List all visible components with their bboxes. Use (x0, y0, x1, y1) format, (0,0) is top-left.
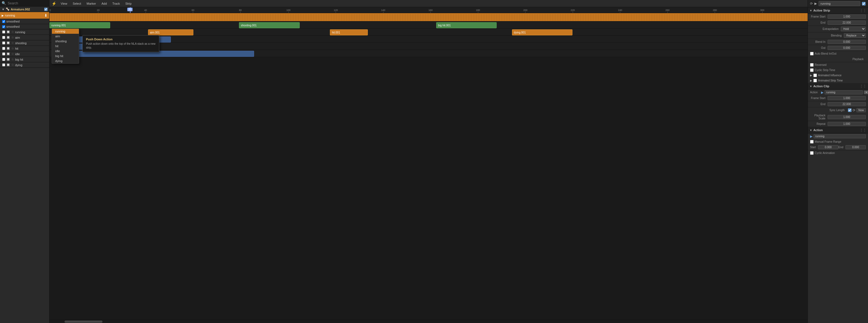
active-strip-section-header[interactable]: ▼ Active Strip ⋮⋮ (808, 7, 868, 14)
action-clip-section-header[interactable]: ▼ Action Clip ⋮⋮ (808, 83, 868, 90)
star-icon-shooting[interactable]: ☆ (11, 41, 14, 45)
frame-end-input[interactable] (828, 21, 866, 25)
repeat-input[interactable] (828, 122, 866, 126)
smoothed-row-1: smoothed (0, 19, 49, 24)
armature-checkbox[interactable] (44, 8, 48, 11)
animated-strip-time-section[interactable]: ▶ Animated Strip Time (808, 78, 868, 83)
cyclic-strip-time-label: Cyclic Strip Time (815, 69, 835, 72)
timeline-container: 35 0204060801001201401601802002202402602… (50, 7, 808, 323)
dropdown-running[interactable]: running (52, 29, 79, 34)
extrapolation-select[interactable]: Hold Hold Forward Nothing (841, 27, 866, 31)
action-section-input[interactable] (814, 134, 866, 138)
smoothed-check-2[interactable] (2, 25, 5, 28)
clip-frame-end-input[interactable] (828, 102, 866, 106)
menu-strip[interactable]: Strip (124, 1, 133, 6)
blend-in-input[interactable] (828, 40, 866, 44)
ruler-mark-0: 0 (50, 9, 51, 13)
left-track-bighit: 🔲 ☆ big hit (0, 57, 49, 62)
clip-aim001[interactable]: aim.001 (148, 29, 194, 35)
solo-icon-idle[interactable]: 🔲 (6, 52, 10, 56)
blending-select[interactable]: Replace Combine Add (844, 33, 866, 38)
auto-blend-check[interactable] (810, 52, 814, 56)
action-section-header[interactable]: ▼ Action ⋮⋮ (808, 127, 868, 133)
menu-marker[interactable]: Marker (86, 1, 97, 6)
horizontal-scrollbar[interactable] (50, 320, 808, 323)
star-icon-idle[interactable]: ☆ (11, 52, 14, 56)
action-close-button[interactable]: ✕ (864, 91, 868, 94)
clip-running001[interactable]: running.001 (50, 22, 110, 28)
dropdown-shooting[interactable]: shooting (52, 39, 79, 44)
repeat-label: Repeat (810, 122, 828, 125)
solo-icon-dying[interactable]: 🔲 (6, 63, 10, 67)
menu-select[interactable]: Select (72, 1, 83, 6)
cyclic-strip-time-check[interactable] (810, 68, 814, 72)
action-end-input[interactable] (845, 145, 866, 149)
manual-frame-range-check[interactable] (810, 140, 814, 143)
clip-frame-end-label: End (810, 103, 828, 106)
track-check-dying[interactable] (2, 63, 5, 66)
dropdown-idle[interactable]: idle (52, 49, 79, 54)
search-bar: 🔍 ⇄ (0, 0, 49, 7)
menu-track[interactable]: Track (111, 1, 121, 6)
ruler-mark-260: 260 (665, 9, 670, 13)
sync-length-check[interactable] (848, 108, 851, 112)
scrollbar-thumb[interactable] (65, 321, 102, 323)
star-icon-running[interactable]: ☆ (11, 30, 14, 34)
playback-scale-input[interactable] (828, 115, 866, 119)
ruler-mark-160: 160 (429, 9, 433, 13)
solo-icon-bighit[interactable]: 🔲 (6, 58, 10, 61)
track-check-idle[interactable] (2, 53, 5, 56)
expand-icon[interactable]: ▼ (2, 8, 5, 11)
star-icon-hit[interactable]: ☆ (11, 47, 14, 50)
track-check-hit[interactable] (2, 47, 5, 50)
sync-refresh-icon[interactable]: ⟳ (852, 108, 856, 112)
animated-strip-time-check[interactable] (813, 79, 817, 82)
menu-view[interactable]: View (60, 1, 68, 6)
clip-dying001[interactable]: dying.001 (512, 29, 573, 35)
active-track-row: ▶ running ⬇ (0, 12, 49, 19)
animated-influence-section[interactable]: ▶ Animated Influence (808, 73, 868, 78)
star-icon-bighit[interactable]: ☆ (11, 58, 14, 61)
dropdown-aim[interactable]: aim (52, 34, 79, 39)
frame-start-input[interactable] (828, 14, 866, 19)
clip-frame-start-input[interactable] (828, 96, 866, 100)
track-check-aim[interactable] (2, 36, 5, 39)
strip-active-checkbox[interactable] (862, 2, 866, 5)
smoothed-check-1[interactable] (2, 20, 5, 23)
menu-add[interactable]: Add (100, 1, 108, 6)
push-down-icon[interactable]: ⬇ (44, 13, 48, 18)
solo-icon-hit[interactable]: 🔲 (6, 47, 10, 50)
solo-icon-aim[interactable]: 🔲 (6, 36, 10, 39)
reversed-check[interactable] (810, 63, 814, 67)
solo-icon-running[interactable]: 🔲 (6, 30, 10, 34)
star-icon-aim[interactable]: ☆ (11, 36, 14, 39)
solo-icon-shooting[interactable]: 🔲 (6, 41, 10, 45)
track-check-running[interactable] (2, 30, 5, 33)
tracks-area[interactable]: running.001 shooting.001 big hit.001 aim… (50, 13, 808, 320)
animated-influence-check[interactable] (813, 73, 817, 77)
track-label-aim: aim (15, 36, 20, 39)
left-track-dying: 🔲 ☆ dying (0, 62, 49, 68)
tooltip-box: Push Down Action Push action down onto t… (83, 35, 159, 52)
strip-name-input[interactable] (818, 1, 860, 6)
sync-now-button[interactable]: Now (857, 108, 866, 112)
blend-out-input[interactable] (828, 46, 866, 50)
armature-icon: 🦴 (6, 7, 10, 11)
action-end-label: End (838, 146, 845, 149)
cyclic-animation-check[interactable] (810, 151, 814, 155)
action-name-input[interactable] (825, 90, 863, 94)
dropdown-bighit[interactable]: big hit (52, 54, 79, 59)
search-input[interactable] (8, 1, 49, 5)
action-start-input[interactable] (818, 145, 838, 149)
track-check-shooting[interactable] (2, 41, 5, 44)
nla-header-icon: ▶ (814, 2, 817, 5)
nla-icon: ⚡ (52, 1, 56, 6)
star-icon-dying[interactable]: ☆ (11, 63, 14, 67)
clip-bighit001[interactable]: big hit.001 (436, 22, 497, 28)
clip-hit001[interactable]: hit.001 (330, 29, 368, 35)
clip-shooting001[interactable]: shooting.001 (239, 22, 300, 28)
dropdown-dying[interactable]: dying (52, 59, 79, 63)
prop-frame-start: Frame Start (808, 14, 868, 20)
dropdown-hit[interactable]: hit (52, 44, 79, 49)
track-check-bighit[interactable] (2, 58, 5, 61)
